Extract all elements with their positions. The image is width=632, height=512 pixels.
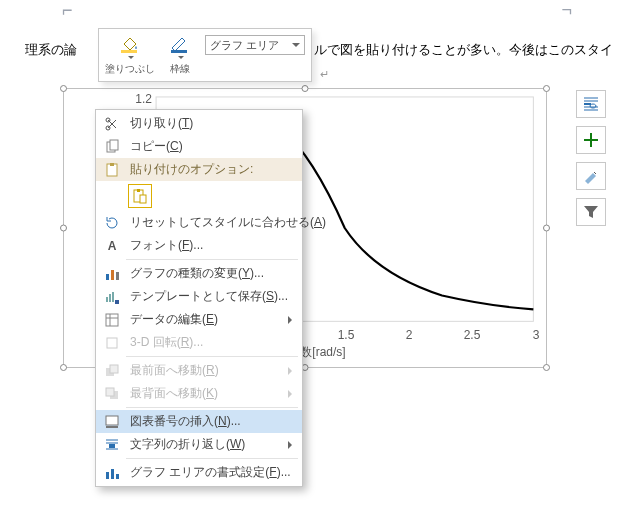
chart-filters-button[interactable] (576, 198, 606, 226)
svg-rect-13 (111, 270, 114, 280)
menu-3d-rotation: 3-D 回転(R)... (96, 331, 302, 354)
shape-outline-button[interactable]: 枠線 (161, 29, 199, 78)
svg-rect-2 (171, 50, 187, 53)
menu-save-template[interactable]: テンプレートとして保存(S)... (96, 285, 302, 308)
bring-front-icon (102, 362, 122, 380)
clipboard-icon (102, 161, 122, 179)
scissors-icon (102, 115, 122, 133)
context-menu: 切り取り(T) コピー(C) 貼り付けのオプション: リセットしてスタイルに合わ… (95, 109, 303, 487)
chart-type-icon (102, 265, 122, 283)
menu-text-wrap[interactable]: 文字列の折り返し(W) (96, 433, 302, 456)
svg-rect-14 (116, 272, 119, 280)
paste-keep-source-icon (128, 184, 152, 208)
menu-separator (126, 356, 298, 357)
menu-separator (126, 259, 298, 260)
x-tick: 2 (406, 328, 413, 342)
menu-cut[interactable]: 切り取り(T) (96, 112, 302, 135)
svg-rect-8 (110, 163, 114, 166)
menu-paste-option[interactable] (96, 181, 302, 211)
menu-insert-caption[interactable]: 図表番号の挿入(N)... (96, 410, 302, 433)
chart-element-combo[interactable]: グラフ エリア (205, 35, 305, 55)
resize-handle[interactable] (60, 364, 67, 371)
resize-handle[interactable] (60, 225, 67, 232)
copy-icon (102, 138, 122, 156)
reset-icon (102, 214, 122, 232)
submenu-arrow-icon (288, 316, 292, 324)
shape-fill-button[interactable]: 塗りつぶし (99, 29, 161, 78)
submenu-arrow-icon (288, 390, 292, 398)
svg-rect-16 (109, 294, 111, 302)
edit-data-icon (102, 311, 122, 329)
caption-icon (102, 413, 122, 431)
menu-separator (126, 458, 298, 459)
chart-styles-button[interactable] (576, 162, 606, 190)
resize-handle[interactable] (543, 225, 550, 232)
svg-rect-26 (109, 444, 115, 448)
svg-rect-10 (137, 189, 140, 192)
send-back-icon (102, 385, 122, 403)
shape-fill-label: 塗りつぶし (105, 62, 155, 76)
y-tick: 1.2 (135, 92, 152, 106)
svg-rect-21 (110, 365, 118, 373)
pen-icon (167, 33, 193, 55)
menu-send-back: 最背面へ移動(K) (96, 382, 302, 405)
resize-handle[interactable] (543, 85, 550, 92)
x-tick: 2.5 (464, 328, 481, 342)
svg-rect-1 (121, 50, 137, 53)
svg-rect-15 (106, 297, 108, 302)
layout-options-button[interactable] (576, 90, 606, 118)
menu-copy[interactable]: コピー(C) (96, 135, 302, 158)
menu-edit-data[interactable]: データの編集(E) (96, 308, 302, 331)
svg-rect-12 (106, 274, 109, 280)
format-area-icon (102, 464, 122, 482)
resize-handle[interactable] (543, 364, 550, 371)
submenu-arrow-icon (288, 441, 292, 449)
x-tick: 3 (533, 328, 540, 342)
svg-rect-23 (106, 388, 114, 396)
chevron-down-icon (292, 43, 300, 47)
svg-rect-19 (107, 338, 117, 348)
svg-rect-28 (111, 469, 114, 479)
svg-rect-6 (110, 140, 118, 150)
mini-toolbar: 塗りつぶし 枠線 グラフ エリア (98, 28, 312, 82)
svg-rect-27 (106, 472, 109, 479)
resize-handle[interactable] (302, 85, 309, 92)
menu-separator (126, 407, 298, 408)
svg-rect-11 (140, 195, 146, 203)
menu-reset-style[interactable]: リセットしてスタイルに合わせる(A) (96, 211, 302, 234)
menu-paste-options-header: 貼り付けのオプション: (96, 158, 302, 181)
chart-elements-button[interactable] (576, 126, 606, 154)
save-template-icon (102, 288, 122, 306)
submenu-arrow-icon (288, 367, 292, 375)
font-icon: A (102, 237, 122, 255)
menu-bring-front: 最前面へ移動(R) (96, 359, 302, 382)
crop-mark-tr: ¬ (561, 0, 572, 21)
paint-bucket-icon (117, 33, 143, 55)
text-wrap-icon (102, 436, 122, 454)
svg-rect-18 (106, 314, 118, 326)
svg-rect-25 (106, 426, 118, 428)
menu-change-chart-type[interactable]: グラフの種類の変更(Y)... (96, 262, 302, 285)
menu-format-chart-area[interactable]: グラフ エリアの書式設定(F)... (96, 461, 302, 484)
rotate-3d-icon (102, 334, 122, 352)
svg-rect-24 (106, 416, 118, 425)
x-tick: 1.5 (338, 328, 355, 342)
svg-rect-29 (116, 474, 119, 479)
shape-outline-label: 枠線 (170, 62, 190, 76)
combo-selected: グラフ エリア (210, 38, 279, 53)
menu-font[interactable]: A フォント(F)... (96, 234, 302, 257)
crop-mark-tl: ⌐ (62, 0, 73, 21)
svg-rect-17 (112, 292, 114, 302)
resize-handle[interactable] (60, 85, 67, 92)
